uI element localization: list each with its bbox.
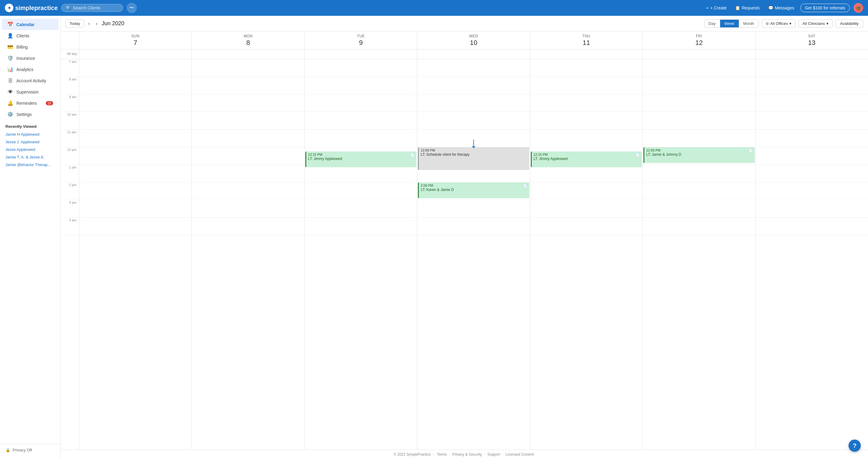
day-col-tue[interactable]: 📄 12:15 PM LT: Jimmy Appleseed (304, 59, 417, 450)
lock-icon: 🔒 (5, 448, 10, 452)
day-header-sun: Sun 7 (79, 32, 191, 49)
event-jimmy-tue[interactable]: 📄 12:15 PM LT: Jimmy Appleseed (305, 151, 416, 167)
analytics-icon: 📊 (7, 66, 13, 72)
time-header-spacer (61, 32, 79, 49)
event-jimmy-thu[interactable]: 📄 12:15 PM LT: Jimmy Appleseed (531, 151, 642, 167)
event-time: 12:15 PM (533, 153, 640, 156)
allday-sat[interactable] (755, 50, 868, 59)
event-jamie-fri[interactable]: 📄 12:00 PM LT: Jamie & Johnny D (643, 147, 754, 163)
event-schedule-wed[interactable]: 12:00 PM LT: Schedule client for therapy (418, 147, 529, 170)
time-2pm: 2 pm (61, 182, 79, 200)
day-col-mon[interactable] (191, 59, 304, 450)
main-content: Today ‹ › Jun 2020 Day Week Month All Of… (61, 16, 868, 459)
day-header-mon: Mon 8 (191, 32, 304, 49)
allday-tue[interactable] (304, 50, 417, 59)
sidebar-item-label: Account Activity (17, 78, 46, 83)
offices-chevron-icon: ▾ (789, 21, 792, 26)
day-header-thu: Thu 11 (530, 32, 643, 49)
allday-wed[interactable] (417, 50, 530, 59)
requests-button[interactable]: 📋 Requests (733, 4, 762, 11)
day-col-wed[interactable]: ↓ 12:00 PM LT: Schedule client for thera… (417, 59, 530, 450)
view-toggle: Day Week Month (704, 20, 759, 28)
day-header-sat: Sat 13 (755, 32, 868, 49)
month-view-button[interactable]: Month (739, 20, 758, 27)
all-clinicians-button[interactable]: All Clinicians ▾ (799, 20, 833, 28)
recent-client-4[interactable]: Jamie T. A. & Jesse A. (0, 153, 60, 161)
search-bar[interactable]: 🔍 (61, 4, 123, 12)
time-4pm: 4 pm (61, 218, 79, 235)
privacy-link[interactable]: Privacy & Security (452, 452, 482, 457)
recent-client-3[interactable]: Jesse Appleseed (0, 146, 60, 153)
privacy-label: Privacy Off (13, 448, 32, 452)
event-time: 2:00 PM (421, 184, 527, 187)
requests-label: Requests (742, 5, 760, 10)
day-col-thu[interactable]: 📄 12:15 PM LT: Jimmy Appleseed (530, 59, 643, 450)
sidebar-item-analytics[interactable]: 📊 Analytics (2, 64, 59, 75)
sidebar-item-billing[interactable]: 💳 Billing (2, 41, 59, 53)
sidebar-item-label: Calendar (17, 22, 35, 27)
footer-copyright: © 2022 SimplePractice (394, 452, 431, 457)
licensed-content-link[interactable]: Licensed Content (506, 452, 534, 457)
all-offices-button[interactable]: All Offices ▾ (762, 20, 796, 28)
sidebar-item-settings[interactable]: ⚙️ Settings (2, 109, 59, 120)
privacy-footer[interactable]: 🔒 Privacy Off (0, 444, 60, 456)
next-arrow[interactable]: › (94, 20, 99, 28)
sidebar-item-supervision[interactable]: 👁️ Supervision (2, 86, 59, 97)
sidebar-item-calendar[interactable]: 📅 Calendar (2, 19, 59, 30)
analytics-icon-button[interactable]: 〜 (127, 3, 137, 13)
messages-label: Messages (775, 5, 794, 10)
support-link[interactable]: Support (488, 452, 500, 457)
day-header-wed: Wed 10 (417, 32, 530, 49)
sidebar-item-label: Supervision (17, 90, 38, 94)
week-view-button[interactable]: Week (720, 20, 739, 27)
event-title: LT: Jimmy Appleseed (308, 157, 414, 161)
calendar-navigation: Today ‹ › Jun 2020 (66, 20, 138, 28)
allday-mon[interactable] (191, 50, 304, 59)
sidebar-item-label: Reminders (17, 101, 37, 105)
day-view-button[interactable]: Day (705, 20, 720, 27)
recent-client-1[interactable]: Jamie H Appleseed (0, 130, 60, 138)
allday-thu[interactable] (530, 50, 643, 59)
reminders-badge: 15 (46, 101, 53, 105)
allday-row: All day (61, 50, 868, 59)
day-col-sat[interactable] (755, 59, 868, 450)
day-col-sun[interactable] (79, 59, 191, 450)
event-doc-icon: 📄 (636, 153, 640, 157)
sidebar-item-account-activity[interactable]: ☰ Account Activity (2, 75, 59, 86)
prev-arrow[interactable]: ‹ (87, 20, 92, 28)
messages-button[interactable]: 💬 Messages (766, 4, 797, 11)
create-button[interactable]: + + Create (704, 4, 729, 11)
time-grid: 7 am 8 am 9 am 10 am 11 am 12 pm 1 pm 2 … (61, 59, 868, 450)
event-doc-icon: 📄 (748, 148, 753, 153)
today-button[interactable]: Today (66, 20, 84, 28)
search-input[interactable] (73, 5, 118, 10)
recent-client-2[interactable]: Jesse J. Appleseed (0, 138, 60, 146)
billing-icon: 💳 (7, 44, 13, 50)
sidebar-item-clients[interactable]: 👤 Clients (2, 30, 59, 41)
account-activity-icon: ☰ (7, 78, 13, 84)
sidebar-item-insurance[interactable]: 🛡️ Insurance (2, 53, 59, 64)
time-9am: 9 am (61, 94, 79, 112)
time-11am: 11 am (61, 130, 79, 147)
avatar[interactable]: 🦋 (854, 3, 863, 13)
terms-link[interactable]: Terms (437, 452, 447, 457)
day-header-tue: Tue 9 (304, 32, 417, 49)
event-title: LT: Jamie & Johnny D (646, 152, 753, 157)
calendar-controls: Day Week Month All Offices ▾ All Clinici… (704, 20, 863, 28)
allday-sun[interactable] (79, 50, 191, 59)
sidebar: 📅 Calendar 👤 Clients 💳 Billing 🛡️ Insura… (0, 16, 61, 459)
sidebar-item-reminders[interactable]: 🔔 Reminders 15 (2, 97, 59, 109)
clients-icon: 👤 (7, 33, 13, 38)
event-doc-icon: 📄 (523, 184, 527, 188)
logo: ✦ simplepractice (5, 4, 58, 12)
day-col-fri[interactable]: 📄 12:00 PM LT: Jamie & Johnny D (643, 59, 755, 450)
help-button[interactable]: ? (848, 439, 861, 452)
day-header-fri: Fri 12 (643, 32, 755, 49)
recent-client-5[interactable]: Jamie (Behavior Therap... (0, 161, 60, 169)
time-7am: 7 am (61, 59, 79, 77)
referral-button[interactable]: Get $100 for referrals (800, 4, 850, 12)
availability-button[interactable]: Availability (836, 20, 863, 28)
allday-fri[interactable] (643, 50, 755, 59)
time-1pm: 1 pm (61, 165, 79, 182)
event-karen-wed[interactable]: 📄 2:00 PM LT: Karen & Jamie D (418, 182, 529, 198)
